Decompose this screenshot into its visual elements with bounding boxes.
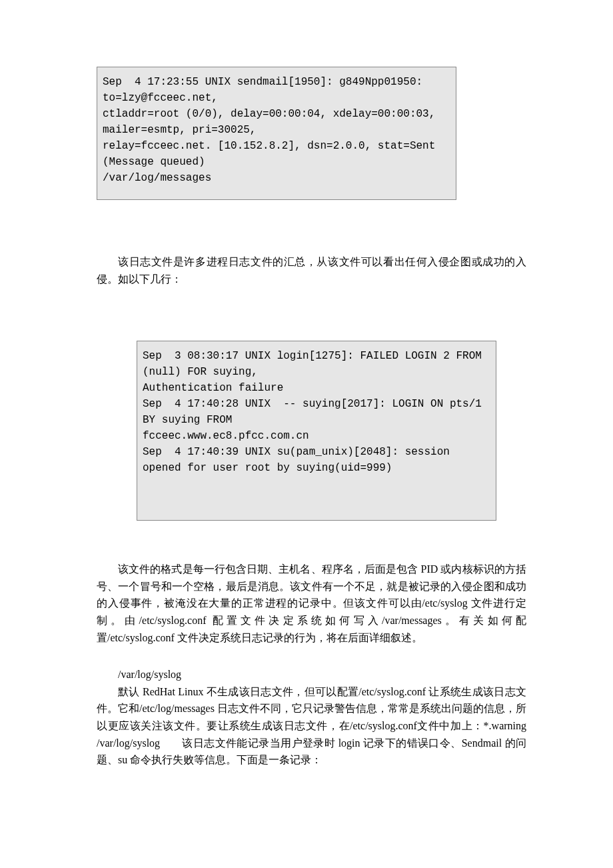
spacer <box>97 200 526 253</box>
paragraph-format-explain: 该文件的格式是每一行包含日期、主机名、程序名，后面是包含 PID 或内核标识的方… <box>97 561 526 646</box>
code-block-sendmail-log: Sep 4 17:23:55 UNIX sendmail[1950]: g849… <box>97 67 456 200</box>
spacer <box>97 521 526 561</box>
code-block-login-log: Sep 3 08:30:17 UNIX login[1275]: FAILED … <box>137 341 496 521</box>
heading-syslog: /var/log/syslog <box>97 666 526 683</box>
spacer <box>97 646 526 666</box>
paragraph-syslog-desc: 默认 RedHat Linux 不生成该日志文件，但可以配置/etc/syslo… <box>97 683 526 769</box>
spacer <box>97 287 526 341</box>
paragraph-summary: 该日志文件是许多进程日志文件的汇总，从该文件可以看出任何入侵企图或成功的入侵。如… <box>97 253 526 287</box>
